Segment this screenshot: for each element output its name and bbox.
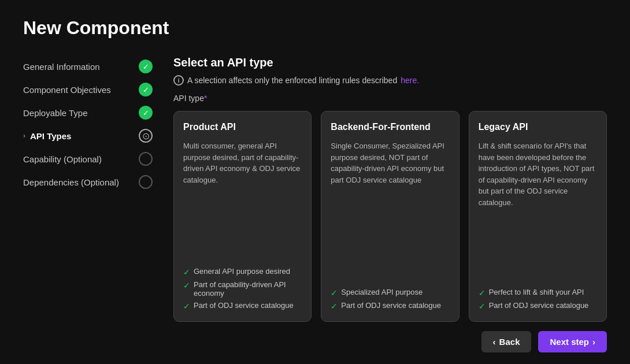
section-title: Select an API type (173, 56, 607, 69)
check-icon: ✓ (183, 302, 190, 311)
required-symbol: * (204, 94, 207, 103)
card-description-product: Multi consumer, general API purpose desi… (183, 140, 302, 261)
card-features-legacy: ✓ Perfect to lift & shift your API ✓ Par… (479, 288, 597, 311)
check-icon: ✓ (331, 302, 338, 311)
sidebar-item-label-api-types: API Types (30, 131, 71, 141)
card-feature-legacy-0: ✓ Perfect to lift & shift your API (479, 288, 597, 298)
card-feature-bff-0: ✓ Specialized API purpose (331, 288, 449, 298)
sidebar-item-dependencies[interactable]: Dependencies (Optional) (23, 175, 162, 189)
sidebar-status-general: ✓ (139, 60, 153, 73)
card-feature-bff-1: ✓ Part of ODJ service catalogue (331, 301, 449, 311)
sidebar-status-deployable: ✓ (139, 106, 153, 120)
card-title-legacy: Legacy API (479, 122, 597, 132)
chevron-right-icon: › (23, 132, 25, 140)
sidebar-item-api-types[interactable]: › API Types ⊙ (23, 129, 162, 143)
back-button[interactable]: ‹ Back (481, 331, 532, 352)
footer: ‹ Back Next step › (23, 331, 607, 352)
sidebar-status-dependencies (139, 175, 153, 189)
main-content: Select an API type i A selection affects… (162, 56, 607, 322)
sidebar-item-label-objectives: Component Objectives (23, 85, 111, 95)
card-title-product: Product API (183, 122, 302, 132)
feature-text: Specialized API purpose (341, 288, 423, 296)
sidebar: General Information ✓ Component Objectiv… (23, 56, 162, 322)
chevron-left-icon: ‹ (493, 337, 496, 347)
card-title-bff: Backend-For-Frontend (331, 122, 449, 132)
card-features-product: ✓ General API purpose desired ✓ Part of … (183, 267, 302, 311)
info-row: i A selection affects only the enforced … (173, 75, 607, 86)
card-description-legacy: Lift & shift scenario for API's that hav… (479, 140, 597, 282)
check-icon: ✓ (479, 288, 486, 298)
sidebar-status-capability (139, 152, 153, 166)
info-icon: i (173, 75, 184, 86)
sidebar-item-general-information[interactable]: General Information ✓ (23, 60, 162, 73)
card-feature-legacy-1: ✓ Part of ODJ service catalogue (479, 301, 597, 311)
api-card-bff[interactable]: Backend-For-Frontend Single Consumer, Sp… (321, 111, 459, 322)
sidebar-item-component-objectives[interactable]: Component Objectives ✓ (23, 83, 162, 96)
page-title: New Component (23, 17, 607, 39)
info-text: A selection affects only the enforced li… (187, 76, 397, 85)
sidebar-item-label-deployable: Deployable Type (23, 108, 87, 118)
card-features-bff: ✓ Specialized API purpose ✓ Part of ODJ … (331, 288, 449, 311)
sidebar-item-label-general: General Information (23, 62, 100, 72)
feature-text: Part of ODJ service catalogue (194, 301, 294, 310)
feature-text: Perfect to lift & shift your API (489, 288, 584, 296)
sidebar-item-label-dependencies: Dependencies (Optional) (23, 177, 119, 187)
api-cards-container: Product API Multi consumer, general API … (173, 111, 607, 322)
info-link[interactable]: here. (401, 76, 419, 85)
card-feature-product-1: ✓ Part of capability-driven API economy (183, 280, 302, 298)
api-type-label: API type* (173, 94, 607, 103)
feature-text: Part of ODJ service catalogue (489, 301, 589, 310)
card-feature-product-0: ✓ General API purpose desired (183, 267, 302, 277)
feature-text: Part of capability-driven API economy (194, 280, 302, 298)
sidebar-item-label-capability: Capability (Optional) (23, 154, 102, 164)
next-label: Next step (550, 337, 589, 347)
next-step-button[interactable]: Next step › (538, 331, 607, 352)
check-icon: ✓ (183, 281, 190, 290)
chevron-right-icon: › (592, 337, 595, 347)
check-icon: ✓ (479, 302, 486, 311)
api-card-legacy[interactable]: Legacy API Lift & shift scenario for API… (469, 111, 607, 322)
sidebar-status-api-types: ⊙ (139, 129, 153, 143)
sidebar-status-objectives: ✓ (139, 83, 153, 96)
sidebar-item-deployable-type[interactable]: Deployable Type ✓ (23, 106, 162, 120)
feature-text: Part of ODJ service catalogue (341, 301, 441, 310)
back-label: Back (499, 337, 520, 347)
check-icon: ✓ (331, 288, 338, 298)
check-icon: ✓ (183, 268, 190, 277)
sidebar-item-capability[interactable]: Capability (Optional) (23, 152, 162, 166)
feature-text: General API purpose desired (194, 267, 290, 276)
card-feature-product-2: ✓ Part of ODJ service catalogue (183, 301, 302, 311)
card-description-bff: Single Consumer, Spezialized API purpose… (331, 140, 449, 282)
api-card-product[interactable]: Product API Multi consumer, general API … (173, 111, 312, 322)
